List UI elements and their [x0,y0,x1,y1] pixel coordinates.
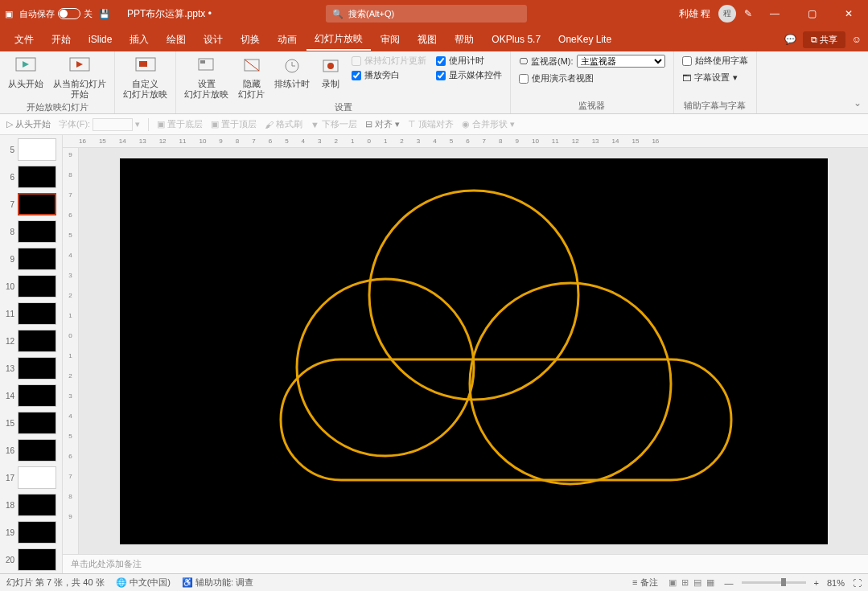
avatar[interactable]: 程 [718,5,736,23]
thumb-number: 15 [5,419,14,428]
thumbnail-panel[interactable]: 56789101112131415161718192021 [0,135,63,573]
down-icon: ▼ [311,120,319,129]
topalign-icon: ⊤ [408,119,416,129]
always-subtitle-checkbox[interactable]: 始终使用字幕 [682,55,748,67]
tab-slideshow[interactable]: 幻灯片放映 [306,29,371,51]
tab-review[interactable]: 审阅 [372,30,408,50]
narration-checkbox[interactable]: 播放旁白 [352,69,426,81]
font-dropdown[interactable]: 字体(F):▾ [59,118,140,131]
monitor-select[interactable]: 主监视器 [577,55,665,68]
thumb-number: 10 [5,282,14,291]
thumb-number: 20 [5,556,14,564]
thumb-number: 12 [5,337,14,346]
minimize-button[interactable]: — [760,2,789,25]
smile-icon[interactable]: ☺ [852,34,862,45]
fit-window-icon[interactable]: ⛶ [853,578,862,588]
notes-toggle[interactable]: ≡ 备注 [632,577,657,589]
save-icon[interactable]: 💾 [99,9,110,19]
custom-show-button[interactable]: 自定义 幻灯片放映 [123,55,167,100]
record-button[interactable]: 录制 [319,55,342,89]
top-align-button[interactable]: ⊤顶端对齐 [408,118,454,130]
slide-thumbnail[interactable] [18,357,56,380]
from-current-button[interactable]: 从当前幻灯片 开始 [53,55,106,100]
hide-slide-button[interactable]: 隐藏 幻灯片 [238,55,265,100]
tab-insert[interactable]: 插入 [121,30,157,50]
tab-okplus[interactable]: OKPlus 5.7 [483,31,549,48]
slide-thumbnail[interactable] [18,412,56,434]
collapse-ribbon-icon[interactable]: ⌄ [854,97,862,109]
keep-updated-checkbox[interactable]: 保持幻灯片更新 [352,55,426,67]
quick-toolbar: ▷从头开始 字体(F):▾ ▣置于底层 ▣置于顶层 🖌格式刷 ▼下移一层 ⊟对齐… [0,114,868,135]
slide-thumbnail[interactable] [18,494,56,516]
view-buttons[interactable]: ▣⊞▤▦ [666,577,717,588]
merge-shapes-button[interactable]: ◉合并形状 ▾ [462,118,515,130]
comment-icon[interactable]: 💬 [784,34,796,45]
filename: PPT布尔运算.pptx • [127,7,212,21]
front-icon: ▣ [211,119,219,129]
tab-design[interactable]: 设计 [195,30,231,50]
mic-icon[interactable]: ✎ [744,8,752,19]
slide-thumbnail[interactable] [18,220,56,243]
tab-islide[interactable]: iSlide [80,31,120,48]
ruler-horizontal: 1615141312111098765432101234567891011121… [63,135,868,148]
tab-view[interactable]: 视图 [409,30,445,50]
slide[interactable] [120,158,828,544]
slide-thumbnail[interactable] [18,248,56,270]
maximize-button[interactable]: ▢ [797,2,826,25]
slide-thumbnail[interactable] [18,275,56,298]
subtitle-settings-button[interactable]: 🗔字幕设置 ▾ [682,72,748,84]
use-timings-checkbox[interactable]: 使用计时 [436,55,502,67]
tab-file[interactable]: 文件 [6,30,42,50]
svg-marker-3 [76,61,83,68]
group-label: 开始放映幻灯片 [8,101,106,113]
subtitle-icon: 🗔 [682,73,691,83]
play-from-start-button[interactable]: ▷从头开始 [6,118,51,130]
accessibility-button[interactable]: ♿ 辅助功能: 调查 [182,577,253,589]
language-button[interactable]: 🌐 中文(中国) [116,577,171,589]
slide-thumbnail[interactable] [18,384,56,407]
search-input[interactable]: 🔍 搜索(Alt+Q) [326,5,527,23]
zoom-in-button[interactable]: + [814,578,819,588]
slide-thumbnail[interactable] [18,330,56,352]
rehearse-button[interactable]: 排练计时 [274,55,310,89]
slide-thumbnail[interactable] [18,521,56,544]
slide-thumbnail[interactable] [18,138,56,161]
format-painter-button[interactable]: 🖌格式刷 [265,118,302,130]
move-down-button[interactable]: ▼下移一层 [311,118,357,130]
slide-canvas[interactable] [79,148,868,554]
slide-thumbnail[interactable] [18,466,56,489]
thumb-number: 18 [5,501,14,510]
zoom-out-button[interactable]: — [725,578,734,588]
autosave-toggle[interactable]: 自动保存 关 [19,8,93,20]
notes-pane[interactable]: 单击此处添加备注 [63,554,868,573]
tab-animation[interactable]: 动画 [269,30,305,50]
close-button[interactable]: ✕ [834,2,863,25]
menu-tabs: 文件 开始 iSlide 插入 绘图 设计 切换 动画 幻灯片放映 审阅 视图 … [0,27,868,51]
align-button[interactable]: ⊟对齐 ▾ [365,118,400,130]
svg-marker-1 [23,61,29,68]
hide-icon [241,55,263,77]
play-current-icon [68,55,91,77]
zoom-level[interactable]: 81% [827,578,845,588]
presenter-view-checkbox[interactable]: 使用演示者视图 [519,72,665,84]
tab-onekey[interactable]: OneKey Lite [550,31,619,48]
svg-line-9 [245,60,259,71]
tab-draw[interactable]: 绘图 [158,30,194,50]
send-back-button[interactable]: ▣置于底层 [157,118,203,130]
svg-point-17 [470,283,671,484]
setup-slideshow-button[interactable]: 设置 幻灯片放映 [184,55,228,100]
slide-thumbnail[interactable] [18,302,56,325]
share-button[interactable]: ⧉ 共享 [803,31,845,48]
tab-transition[interactable]: 切换 [232,30,268,50]
media-controls-checkbox[interactable]: 显示媒体控件 [436,69,502,81]
slide-thumbnail[interactable] [18,166,56,188]
zoom-slider[interactable] [742,581,806,584]
tab-help[interactable]: 帮助 [446,30,482,50]
main-area: 56789101112131415161718192021 1615141312… [0,135,868,573]
tab-home[interactable]: 开始 [43,30,79,50]
slide-thumbnail[interactable] [18,193,56,215]
bring-front-button[interactable]: ▣置于顶层 [211,118,257,130]
from-beginning-button[interactable]: 从头开始 [8,55,43,89]
slide-thumbnail[interactable] [18,548,56,571]
slide-thumbnail[interactable] [18,439,56,462]
